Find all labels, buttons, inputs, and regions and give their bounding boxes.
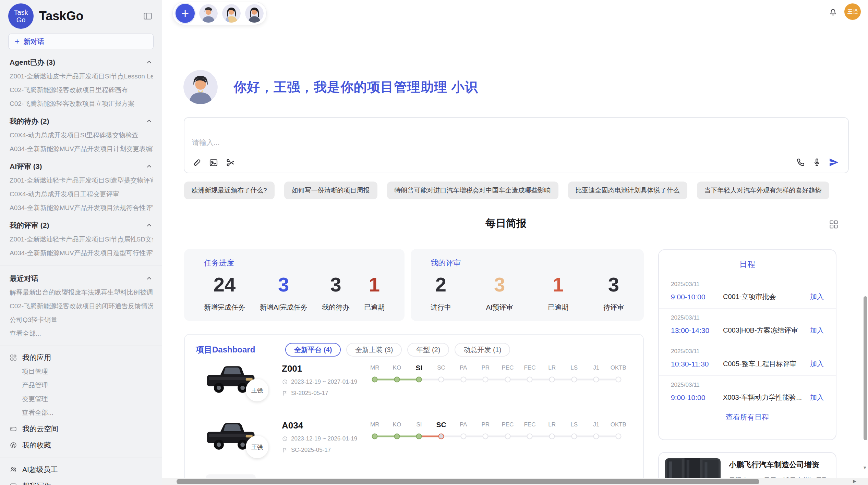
stat: 24 新增完成任务 [204, 273, 245, 312]
section-my-todo[interactable]: 我的待办 (2) [10, 116, 153, 126]
chevron-up-icon [145, 222, 153, 229]
sidebar-item[interactable]: C02-飞腾新能源轻客改款项目立项汇报方案 [10, 99, 153, 108]
sidebar-item[interactable]: C0X4-动力总成开发项目工程变更评审 [10, 190, 153, 199]
milestone: PR [474, 363, 497, 384]
schedule-time: 13:00-14:30 [671, 326, 723, 335]
schedule-date: 2025/03/11 [671, 348, 824, 355]
app-item-project-mgmt[interactable]: 项目管理 [22, 367, 153, 376]
notifications-bell-icon[interactable] [829, 8, 837, 16]
logo-line2: Go [16, 16, 26, 24]
section-label: 我的评审 (2) [10, 221, 145, 230]
task-progress-card: 任务进度 24 新增完成任务 3 新增AI完成任务 3 我的待办 [184, 249, 405, 321]
milestone-dot [527, 377, 533, 383]
join-meeting-link[interactable]: 加入 [810, 393, 824, 402]
horizontal-scrollbar[interactable]: ▶ [162, 478, 868, 485]
milestone-dot [483, 377, 489, 383]
sidebar-item-favorites[interactable]: 我的收藏 [10, 440, 153, 450]
join-meeting-link[interactable]: 加入 [810, 359, 824, 369]
stat: 3 新增AI完成任务 [260, 273, 308, 312]
project-row[interactable]: 王强 Z001 2023-12-19 ~ 2027-01-19 SI-2025-… [185, 361, 643, 415]
agent-avatar[interactable] [222, 4, 241, 23]
sidebar-item[interactable]: Z001-全新燃油轻卡产品开发项目SI节点属性5D文件评审 [10, 235, 153, 244]
sidebar-collapse-icon[interactable] [143, 11, 153, 21]
sidebar-item[interactable]: Z001-全新燃油轻卡产品开发项目SI造型提交物评审 [10, 176, 153, 185]
agent-avatar[interactable] [245, 4, 264, 23]
suggestion-chip[interactable]: 比亚迪全固态电池计划具体说了什么 [568, 182, 687, 199]
recent-chat-item[interactable]: 公司Q3轻卡销量 [10, 315, 153, 324]
favorites-label: 我的收藏 [22, 440, 51, 450]
join-meeting-link[interactable]: 加入 [810, 292, 824, 301]
app-item-change-mgmt[interactable]: 变更管理 [22, 395, 153, 403]
tab-powertrain[interactable]: 动总开发 (1) [455, 343, 510, 357]
image-icon[interactable] [208, 158, 219, 168]
attachment-icon[interactable] [191, 158, 202, 168]
sidebar-item[interactable]: A034-全新新能源MUV产品开发项目计划变更表编写 [10, 145, 153, 153]
tab-new-platform[interactable]: 全新平台 (4) [285, 343, 341, 357]
recent-chat-item[interactable]: C02-飞腾新能源轻客改款项目的闭环通告反馈情况 [10, 302, 153, 311]
vertical-scrollbar-thumb[interactable] [864, 296, 867, 440]
tab-year-model[interactable]: 年型 (2) [407, 343, 449, 357]
schedule-time: 9:00-10:00 [671, 394, 723, 402]
stat: 1 已逾期 [364, 273, 385, 312]
sidebar-item[interactable]: A034-全新新能源MUV产品开发项目造型可行性评审 [10, 249, 153, 258]
milestone-strip: MR KO SI SC PA PR PEC FEC LR LS J1 OKTB [364, 363, 629, 384]
schedule-entry: 2025/03/11 13:00-14:30 C003|H0B-方案冻结评审 加… [659, 309, 836, 342]
milestone-dot [527, 434, 533, 439]
sidebar-item-ai-staff[interactable]: AI超级员工 [10, 465, 153, 474]
phone-call-icon[interactable] [795, 157, 806, 167]
user-avatar[interactable]: 王强 [844, 3, 861, 20]
section-my-review[interactable]: 我的评审 (2) [10, 221, 153, 230]
scroll-right-arrow-icon[interactable]: ▶ [853, 478, 856, 484]
sidebar-item[interactable]: C0X4-动力总成开发项目SI里程碑提交物检查 [10, 131, 153, 140]
stat-value: 1 [548, 273, 568, 296]
milestone-dot [571, 434, 577, 439]
project-row[interactable]: 王强 A034 2023-12-19 ~ 2026-01-19 SC-2025-… [185, 418, 643, 472]
sidebar-item-help-write[interactable]: 帮我写作 [10, 481, 153, 485]
suggestion-chip[interactable]: 特朗普可能对进口汽车增税会对中国车企造成哪些影响 [387, 182, 558, 199]
section-ai-review[interactable]: AI评审 (3) [10, 162, 153, 171]
send-icon[interactable] [828, 157, 839, 168]
recent-chat-item[interactable]: 解释最新出台的欧盟报废车法规再生塑料比例被调至15%... [10, 288, 153, 297]
schedule-date: 2025/03/11 [671, 382, 824, 388]
milestone-line [574, 379, 596, 381]
new-chat-button[interactable]: + 新对话 [8, 34, 154, 49]
tab-new-body[interactable]: 全新上装 (3) [346, 343, 402, 357]
milestone: SC [430, 420, 453, 441]
join-meeting-link[interactable]: 加入 [810, 326, 824, 335]
milestone-dot [416, 377, 422, 383]
milestone-dot [571, 377, 577, 383]
milestone-label: OKTB [607, 363, 630, 373]
view-all-schedule-link[interactable]: 查看所有日程 [659, 412, 836, 422]
section-recent-chats[interactable]: 最近对话 [10, 274, 153, 283]
suggestion-chip[interactable]: 当下年轻人对汽车外观有怎样的喜好趋势 [697, 182, 829, 199]
recent-view-all[interactable]: 查看全部... [10, 329, 153, 338]
section-agent-done[interactable]: Agent已办 (3) [10, 58, 153, 67]
card-title: 任务进度 [204, 258, 385, 268]
sidebar-item[interactable]: C02-飞腾新能源轻客改款项目里程碑画布 [10, 86, 153, 95]
scissors-icon[interactable] [226, 158, 236, 168]
app-item-product-mgmt[interactable]: 产品管理 [22, 381, 153, 390]
prompt-input-card[interactable]: 请输入... [184, 117, 849, 173]
briefing-layout-icon[interactable] [829, 219, 839, 229]
schedule-time: 10:30-11:30 [671, 360, 723, 368]
schedule-card: 日程 2025/03/11 9:00-10:00 C001-立项审批会 加入 2… [658, 249, 836, 440]
suggestion-chip[interactable]: 如何写一份清晰的项目周报 [284, 182, 377, 199]
milestone-line [596, 436, 618, 437]
microphone-icon[interactable] [812, 157, 822, 167]
milestone-label: MR [364, 420, 386, 430]
sidebar-item[interactable]: Z001-全新燃油皮卡产品开发项目SI节点Lesson Learn报告 [10, 72, 153, 81]
milestone-label: FEC [519, 420, 541, 430]
horizontal-scrollbar-thumb[interactable] [177, 479, 759, 484]
milestone: J1 [585, 363, 607, 384]
suggestion-chip[interactable]: 欧洲新规最近颁布了什么? [184, 182, 275, 199]
add-agent-button[interactable]: + [176, 4, 195, 23]
milestone-dot [372, 434, 378, 439]
sidebar-item[interactable]: A034-全新新能源MUV产品开发项目法规符合性评审 [10, 203, 153, 212]
apps-view-all[interactable]: 查看全部... [22, 408, 153, 417]
sidebar-item-my-apps[interactable]: 我的应用 [10, 353, 153, 362]
sidebar-item-cloud-space[interactable]: 我的云空间 [10, 424, 153, 434]
assistant-avatar [183, 70, 218, 104]
scroll-down-arrow-icon[interactable]: ▼ [863, 465, 867, 470]
agent-avatar[interactable] [199, 4, 218, 23]
cloud-folder-icon [10, 425, 17, 433]
